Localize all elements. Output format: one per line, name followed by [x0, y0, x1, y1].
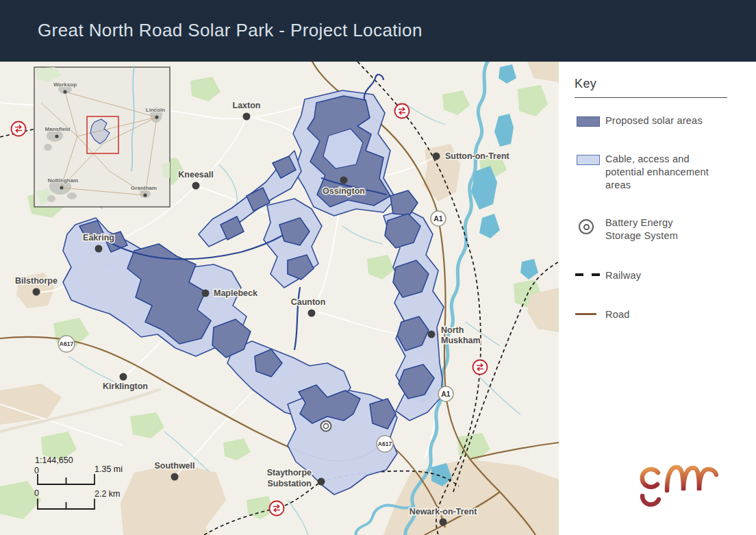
page: Great North Road Solar Park - Project Lo… [0, 0, 756, 535]
logo-g-bowl [642, 469, 658, 487]
scale-km-start: 0 [34, 488, 39, 498]
key-panel: Key Proposed solar areas Cable, access a… [559, 62, 756, 535]
legend-label-cable: Cable, access and potential enhancement … [605, 153, 709, 192]
rail-station-icon [12, 122, 26, 136]
gnr-logo [640, 463, 730, 514]
place-label: Bilsthorpe [15, 276, 58, 286]
bess-icon [579, 219, 594, 234]
legend-label-bess-line1: Battery Energy [605, 216, 678, 229]
header-bar: Great North Road Solar Park - Project Lo… [0, 0, 756, 62]
legend-label-railway: Railway [605, 269, 641, 282]
page-title: Great North Road Solar Park - Project Lo… [38, 20, 423, 41]
inset-label-grantham: Grantham [131, 185, 157, 191]
scale-mi-start: 0 [34, 466, 39, 475]
place-label: Kneesall [178, 170, 213, 179]
rail-station-icon [395, 104, 410, 119]
legend-label-bess: Battery Energy Storage System [605, 216, 678, 242]
road-badge-a1: A1 [431, 211, 446, 226]
legend-label-cable-line1: Cable, access and [605, 153, 709, 166]
legend-label-cable-line3: areas [605, 179, 709, 192]
place-label: Newark-on-Trent [410, 507, 477, 517]
rail-station-icon [270, 501, 284, 516]
legend-label-road: Road [605, 308, 629, 321]
road-badge-a617: A617 [58, 336, 75, 352]
railway-icon [575, 273, 600, 276]
railway-dash [575, 273, 583, 276]
place-label: Ossington [323, 186, 365, 196]
place-label: Kirklington [103, 382, 148, 391]
road-badge-a1: A1 [438, 386, 453, 401]
rail-station-icon [473, 360, 488, 375]
legend-label-bess-line2: Storage System [605, 229, 678, 242]
inset-label-mansfield: Mansfield [45, 126, 71, 132]
scale-mi-end: 1.35 mi [94, 464, 123, 474]
legend-label-solar: Proposed solar areas [605, 114, 703, 127]
map-canvas: A1 A1 A617 A617 Laxton Kneesa [0, 62, 559, 535]
scale-km-end: 2.2 km [94, 489, 121, 499]
place-label: Southwell [154, 461, 194, 471]
place-label: Muskham [441, 336, 481, 345]
legend-label-cable-line2: potential enhancement [605, 166, 709, 179]
inset-label-nottingham: Nottingham [48, 177, 78, 184]
logo-g-tail [642, 496, 659, 505]
railway-dash [592, 273, 600, 276]
bess-marker [321, 421, 331, 432]
bess-icon-inner [583, 224, 590, 230]
road-badge-label: A617 [378, 440, 392, 447]
road-badge-label: A617 [60, 340, 74, 347]
project-location-map: A1 A1 A617 A617 Laxton Kneesa [0, 62, 559, 535]
scale-ratio: 1:144,650 [35, 456, 73, 465]
key-divider [575, 97, 727, 98]
inset-map: Worksop Mansfield Nottingham Lincoln Gra… [34, 67, 170, 207]
logo-nr-strokes [667, 467, 716, 490]
place-label: Caunton [291, 297, 326, 307]
place-label: Eakring [83, 233, 114, 242]
inset-label-lincoln: Lincoln [146, 107, 166, 113]
place-label: Substation [267, 479, 312, 488]
place-label: Maplebeck [214, 288, 257, 298]
place-label: Sutton-on-Trent [445, 151, 510, 161]
road-badge-a617: A617 [377, 436, 393, 452]
place-label: Laxton [233, 101, 261, 110]
road-badge-label: A1 [441, 390, 451, 398]
cable-area-swatch [577, 155, 600, 165]
place-label: Staythorpe [267, 468, 312, 477]
solar-area-swatch [577, 116, 600, 127]
inset-label-worksop: Worksop [53, 82, 77, 88]
key-title: Key [575, 77, 596, 91]
place-label: North [441, 325, 464, 335]
road-badge-label: A1 [433, 214, 443, 223]
road-icon [575, 313, 596, 315]
